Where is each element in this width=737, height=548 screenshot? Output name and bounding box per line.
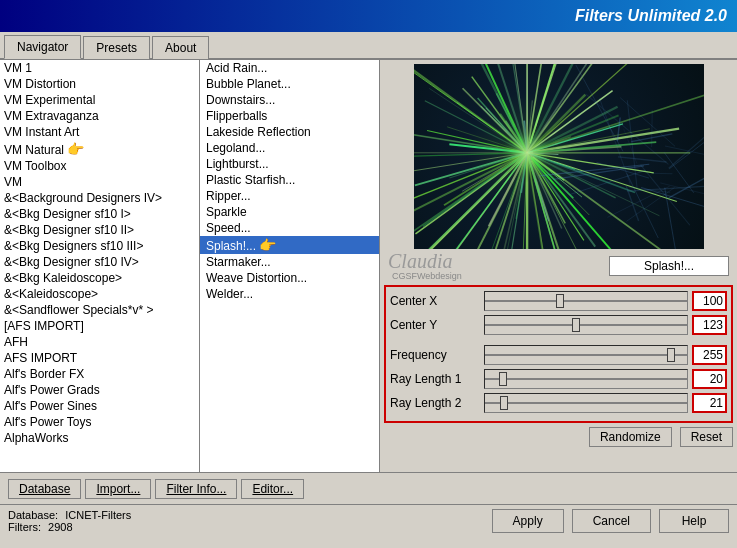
- help-button[interactable]: Help: [659, 509, 729, 533]
- filter-item[interactable]: &<Sandflower Specials*v* >: [0, 302, 199, 318]
- title-bar: Filters Unlimited 2.0: [0, 0, 737, 32]
- import-button[interactable]: Import...: [85, 479, 151, 499]
- filter-categories-panel: VM 1VM DistortionVM ExperimentalVM Extra…: [0, 60, 200, 472]
- param-label: Center X: [390, 294, 480, 308]
- param-label: Center Y: [390, 318, 480, 332]
- reset-button[interactable]: Reset: [680, 427, 733, 447]
- filter-item[interactable]: VM Distortion: [0, 76, 199, 92]
- slider-track: [485, 402, 687, 404]
- filters-status: Filters: 2908: [8, 521, 131, 533]
- slider-track: [485, 300, 687, 302]
- filter-item[interactable]: &<Kaleidoscope>: [0, 286, 199, 302]
- filter-item[interactable]: &<Bkg Kaleidoscope>: [0, 270, 199, 286]
- subfilter-item[interactable]: Welder...: [200, 286, 379, 302]
- subfilter-item[interactable]: Splash!... 👉: [200, 236, 379, 254]
- subfilter-item[interactable]: Weave Distortion...: [200, 270, 379, 286]
- param-value: 20: [692, 369, 727, 389]
- watermark-signature: Claudia: [388, 251, 452, 271]
- slider-thumb[interactable]: [499, 372, 507, 386]
- apply-button[interactable]: Apply: [492, 509, 564, 533]
- slider-thumb[interactable]: [667, 348, 675, 362]
- subfilter-item[interactable]: Ripper...: [200, 188, 379, 204]
- filter-item[interactable]: VM Experimental: [0, 92, 199, 108]
- filter-item[interactable]: AFS IMPORT: [0, 350, 199, 366]
- filter-info-button[interactable]: Filter Info...: [155, 479, 237, 499]
- slider-thumb[interactable]: [500, 396, 508, 410]
- param-row: Center X100: [390, 291, 727, 311]
- filter-item[interactable]: &<Bkg Designer sf10 IV>: [0, 254, 199, 270]
- database-status: Database: ICNET-Filters: [8, 509, 131, 521]
- filter-item[interactable]: VM Extravaganza: [0, 108, 199, 124]
- slider-thumb[interactable]: [572, 318, 580, 332]
- param-value: 123: [692, 315, 727, 335]
- param-slider[interactable]: [484, 369, 688, 389]
- tab-bar: Navigator Presets About: [0, 32, 737, 60]
- subfilter-item[interactable]: Downstairs...: [200, 92, 379, 108]
- subfilter-list[interactable]: Acid Rain...Bubble Planet...Downstairs..…: [200, 60, 380, 472]
- status-info: Database: ICNET-Filters Filters: 2908: [8, 509, 131, 533]
- watermark-subtext: CGSFWebdesign: [392, 271, 462, 281]
- subfilter-item[interactable]: Lightburst...: [200, 156, 379, 172]
- subfilter-item[interactable]: Lakeside Reflection: [200, 124, 379, 140]
- filter-item[interactable]: &<Bkg Designer sf10 II>: [0, 222, 199, 238]
- filter-item[interactable]: VM 1: [0, 60, 199, 76]
- toolbar-buttons: Database Import... Filter Info... Editor…: [8, 479, 304, 499]
- right-panel: Claudia CGSFWebdesign Splash!... Center …: [380, 60, 737, 472]
- filter-item[interactable]: &<Bkg Designers sf10 III>: [0, 238, 199, 254]
- subfilter-item[interactable]: Flipperballs: [200, 108, 379, 124]
- subfilter-item[interactable]: Starmaker...: [200, 254, 379, 270]
- bottom-toolbar: Database Import... Filter Info... Editor…: [0, 472, 737, 504]
- tab-presets[interactable]: Presets: [83, 36, 150, 59]
- subfilter-item[interactable]: Speed...: [200, 220, 379, 236]
- param-slider[interactable]: [484, 393, 688, 413]
- param-value: 21: [692, 393, 727, 413]
- subfilter-item[interactable]: Legoland...: [200, 140, 379, 156]
- filter-item[interactable]: &<Background Designers IV>: [0, 190, 199, 206]
- cancel-button[interactable]: Cancel: [572, 509, 651, 533]
- tab-navigator[interactable]: Navigator: [4, 35, 81, 59]
- tab-about[interactable]: About: [152, 36, 209, 59]
- param-row: Ray Length 221: [390, 393, 727, 413]
- app-title: Filters Unlimited 2.0: [575, 7, 727, 25]
- filter-item[interactable]: AFH: [0, 334, 199, 350]
- param-label: Frequency: [390, 348, 480, 362]
- slider-thumb[interactable]: [556, 294, 564, 308]
- filter-item[interactable]: AlphaWorks: [0, 430, 199, 446]
- param-slider[interactable]: [484, 291, 688, 311]
- filter-item[interactable]: Alf's Power Grads: [0, 382, 199, 398]
- slider-track: [485, 378, 687, 380]
- param-value: 100: [692, 291, 727, 311]
- randomize-button[interactable]: Randomize: [589, 427, 672, 447]
- filter-list[interactable]: VM 1VM DistortionVM ExperimentalVM Extra…: [0, 60, 199, 472]
- slider-track: [485, 354, 687, 356]
- filter-item[interactable]: VM: [0, 174, 199, 190]
- editor-button[interactable]: Editor...: [241, 479, 304, 499]
- preview-canvas: [414, 64, 704, 249]
- main-content: VM 1VM DistortionVM ExperimentalVM Extra…: [0, 60, 737, 472]
- subfilter-item[interactable]: Bubble Planet...: [200, 76, 379, 92]
- filter-item[interactable]: Alf's Power Sines: [0, 398, 199, 414]
- filter-item[interactable]: &<Bkg Designer sf10 I>: [0, 206, 199, 222]
- subfilter-item[interactable]: Plastic Starfish...: [200, 172, 379, 188]
- param-label: Ray Length 1: [390, 372, 480, 386]
- filter-item[interactable]: Alf's Border FX: [0, 366, 199, 382]
- param-row: Frequency255: [390, 345, 727, 365]
- filter-item[interactable]: VM Natural 👉: [0, 140, 199, 158]
- subfilter-item[interactable]: Acid Rain...: [200, 60, 379, 76]
- filter-item[interactable]: [AFS IMPORT]: [0, 318, 199, 334]
- database-button[interactable]: Database: [8, 479, 81, 499]
- filter-item[interactable]: Alf's Power Toys: [0, 414, 199, 430]
- randomize-reset-row: Randomize Reset: [384, 427, 733, 447]
- filter-item[interactable]: VM Toolbox: [0, 158, 199, 174]
- slider-track: [485, 324, 687, 326]
- filter-item[interactable]: VM Instant Art: [0, 124, 199, 140]
- status-bar: Database: ICNET-Filters Filters: 2908 Ap…: [0, 504, 737, 536]
- param-slider[interactable]: [484, 315, 688, 335]
- subfilter-item[interactable]: Sparkle: [200, 204, 379, 220]
- watermark-area: Claudia CGSFWebdesign Splash!...: [384, 249, 733, 283]
- param-label: Ray Length 2: [390, 396, 480, 410]
- param-slider[interactable]: [484, 345, 688, 365]
- param-value: 255: [692, 345, 727, 365]
- params-area: Center X100Center Y123Frequency255Ray Le…: [384, 285, 733, 423]
- filter-name-display: Splash!...: [609, 256, 729, 276]
